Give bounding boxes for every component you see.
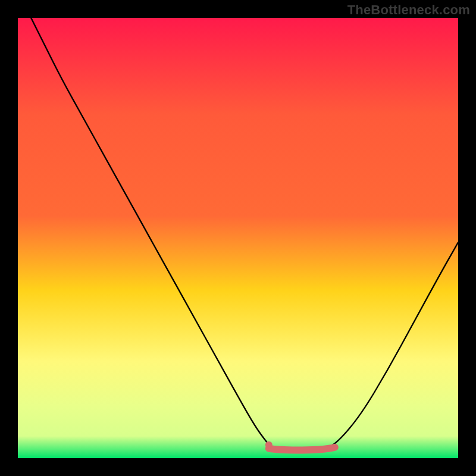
plot-area [18, 18, 458, 458]
attribution-label: TheBottleneck.com [347, 2, 470, 18]
optimal-range-marker [269, 447, 335, 450]
heat-gradient-background [18, 18, 458, 458]
chart-stage: TheBottleneck.com [0, 0, 476, 476]
bottleneck-chart [18, 18, 458, 458]
optimal-point-marker [265, 441, 273, 449]
